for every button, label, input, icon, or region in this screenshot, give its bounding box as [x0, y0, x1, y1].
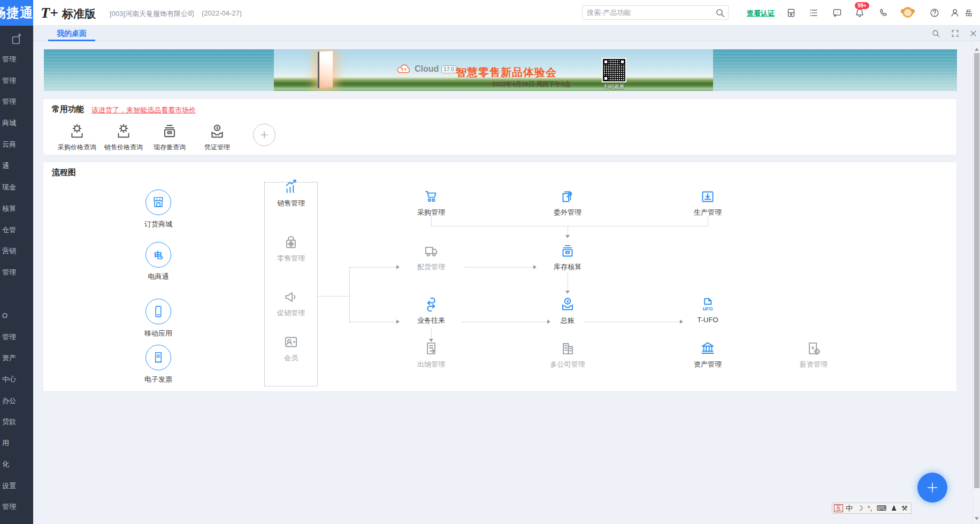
flow-node-order-mall[interactable]: 订货商城	[129, 189, 188, 229]
flow-connector	[349, 267, 350, 322]
tab-my-desktop[interactable]: 我的桌面	[48, 26, 95, 41]
scrollbar-thumb[interactable]	[974, 53, 979, 488]
sidebar-item[interactable]: 管理	[0, 268, 33, 277]
flow-node-mobile-app[interactable]: 移动应用	[129, 299, 188, 338]
flow-node-promotion[interactable]: 促销管理	[262, 288, 320, 318]
flow-node-inventory-accounting[interactable]: 库存核算	[538, 242, 597, 272]
flow-node-e-invoice[interactable]: 电子发票	[129, 345, 188, 384]
fullscreen-icon[interactable]	[950, 28, 960, 39]
sidebar-item[interactable]: 云商	[0, 140, 33, 149]
sidebar-item[interactable]: 用	[0, 438, 33, 448]
sidebar-item[interactable]: 设置	[0, 481, 33, 491]
sidebar-item[interactable]: 通	[0, 161, 33, 171]
ime-tools[interactable]: ⚒	[900, 504, 909, 513]
search-icon[interactable]	[714, 0, 726, 53]
banner-photo: Cloud 17.0 智慧零售新品体验会 2022年4月28日 周四下午3点 扫…	[274, 49, 713, 91]
sidebar-item[interactable]: 办公	[0, 396, 33, 406]
user-name[interactable]: 岳	[965, 9, 973, 18]
flow-arrowhead	[396, 265, 402, 269]
calculator-icon[interactable]	[785, 7, 797, 19]
sidebar-item[interactable]: 管理	[0, 332, 33, 342]
quick-add-fab[interactable]	[917, 473, 947, 503]
flow-arrowhead	[565, 291, 570, 296]
ime-wubi-mode[interactable]: 五	[834, 504, 843, 512]
task-list-icon[interactable]	[808, 7, 820, 19]
help-icon[interactable]	[929, 7, 940, 19]
flow-node-purchase[interactable]: 采购管理	[402, 187, 461, 217]
mascot-monkey-icon[interactable]	[901, 6, 915, 20]
add-to-desktop-icon[interactable]	[9, 32, 24, 47]
cloud-version: 17.0	[441, 65, 456, 73]
fn-voucher-management[interactable]: 凭证管理	[188, 121, 247, 152]
shopping-bag-icon	[282, 233, 300, 252]
flow-connector	[464, 267, 533, 268]
sidebar-item[interactable]: 化	[0, 460, 33, 469]
close-tab-icon[interactable]	[968, 28, 978, 39]
banner-qr-code	[602, 58, 626, 82]
flow-node-production[interactable]: 生产管理	[678, 187, 737, 217]
sidebar-item[interactable]: 中心	[0, 375, 33, 384]
scroll-down-arrow[interactable]	[975, 517, 979, 522]
flow-arrowhead	[429, 339, 433, 344]
sidebar-item[interactable]: 营销	[0, 246, 33, 256]
sidebar-item[interactable]: O	[0, 311, 33, 321]
sidebar-item[interactable]: 管理	[0, 76, 33, 86]
sidebar-item[interactable]: 资产	[0, 353, 33, 363]
docs-out-icon	[558, 187, 577, 206]
flow-arrowhead	[396, 320, 402, 324]
banner-door-graphic	[318, 51, 333, 88]
flow-node-outsourcing[interactable]: 委外管理	[538, 187, 597, 217]
sidebar-item[interactable]: 管理	[0, 97, 33, 107]
flow-arrowhead	[680, 320, 685, 324]
shopping-cart-icon	[422, 187, 440, 206]
ime-fullwidth-moon[interactable]: ☽	[855, 504, 865, 513]
flow-connector	[349, 322, 396, 322]
user-profile-icon[interactable]	[949, 7, 961, 19]
sidebar-item[interactable]: 现金	[0, 183, 33, 192]
ime-chinese-mode[interactable]: 中	[844, 504, 854, 513]
sidebar-item[interactable]: 核算	[0, 204, 33, 214]
banner-title: 智慧零售新品体验会	[456, 65, 557, 80]
sidebar-item[interactable]: 管理	[0, 502, 33, 512]
sidebar-item[interactable]: 商城	[0, 118, 33, 128]
app-header: 畅捷通 T+ 标准版 [003]河南天曼服饰有限公司 (2022-04-27) …	[0, 0, 980, 26]
vertical-scrollbar	[973, 41, 980, 524]
flow-node-sales[interactable]: 销售管理	[262, 178, 320, 208]
ime-soft-keyboard[interactable]: ⌨	[875, 504, 888, 513]
view-certification-link[interactable]: 查看认证	[747, 9, 775, 18]
stock-box-icon	[160, 121, 179, 141]
add-common-function-button[interactable]	[253, 124, 275, 146]
ime-user-define[interactable]: ♟	[889, 504, 899, 513]
flow-node-member[interactable]: 会员	[262, 333, 320, 363]
flow-node-asset-management[interactable]: 资产管理	[678, 339, 737, 369]
chanjet-logo-text: 畅捷通	[0, 4, 33, 21]
sidebar-item[interactable]: 贷款	[0, 417, 33, 427]
flow-node-payroll[interactable]: 薪资管理	[784, 339, 843, 369]
inventory-box-icon	[558, 242, 577, 260]
flow-node-t-ufo[interactable]: T-UFO	[678, 295, 737, 324]
feedback-chat-icon[interactable]	[831, 7, 843, 19]
flow-node-ecommerce[interactable]: 电商通	[129, 242, 188, 282]
search-input[interactable]	[583, 9, 714, 17]
sales-price-gear-icon	[114, 121, 133, 141]
flow-node-business-transactions[interactable]: 业务往来	[402, 295, 461, 325]
promo-banner[interactable]: Cloud 17.0 智慧零售新品体验会 2022年4月28日 周四下午3点 扫…	[44, 49, 957, 91]
bank-icon	[699, 339, 717, 358]
scroll-up-arrow[interactable]	[975, 45, 979, 51]
sidebar-item[interactable]: 管理	[0, 55, 33, 64]
banner-subtitle: 2022年4月28日 周四下午3点	[492, 80, 570, 88]
sidebar-item[interactable]: 仓管	[0, 225, 33, 235]
flow-node-multi-company[interactable]: 多公司管理	[538, 339, 597, 369]
flow-node-retail[interactable]: 零售管理	[262, 233, 320, 263]
tplus-cloud-logo: Cloud 17.0	[396, 63, 456, 75]
plus-icon	[258, 129, 270, 141]
phone-support-icon[interactable]	[877, 7, 889, 19]
chanjet-logo[interactable]: 畅捷通	[0, 0, 33, 26]
flow-node-distribution[interactable]: 配货管理	[402, 242, 461, 272]
tab-search-icon[interactable]	[931, 28, 941, 39]
smart-picking-promo-link[interactable]: 该进货了，来智能选品看看市场价	[91, 105, 196, 115]
purchase-price-gear-icon	[67, 121, 87, 141]
ime-punctuation-mode[interactable]: °,	[866, 504, 874, 513]
flow-connector	[431, 216, 432, 226]
ufo-report-icon	[699, 295, 717, 314]
